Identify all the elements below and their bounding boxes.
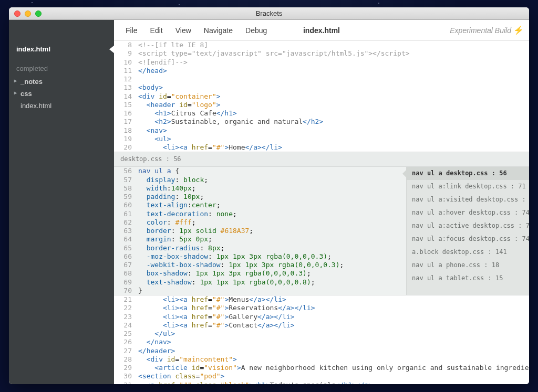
code-text[interactable]: border: 1px solid #618A37; [138,227,406,235]
code-line[interactable]: 31 <a href="#" class="block"><h1>Today's… [114,381,529,385]
code-text[interactable] [138,75,529,83]
code-text[interactable]: text-decoration: none; [138,210,406,218]
code-line[interactable]: 57 display: block; [114,176,406,184]
code-text[interactable]: <ul> [138,135,529,143]
code-text[interactable]: <!--[if lte IE 8] [138,41,529,49]
code-line[interactable]: 18 <nav> [114,126,529,135]
code-text[interactable]: <div id="maincontent"> [138,355,529,364]
code-line[interactable]: 65 border-radius: 8px; [114,244,406,252]
code-line[interactable]: 26 </nav> [114,338,529,346]
code-line[interactable]: 58 width:140px; [114,184,406,193]
code-line[interactable]: 60 text-align:center; [114,201,406,209]
code-line[interactable]: 27</header> [114,347,529,355]
code-text[interactable]: <article id="vision">A new neighborhood … [138,364,529,372]
editor[interactable]: 8<!--[if lte IE 8]9<script type="text/ja… [114,41,529,384]
menu-file[interactable]: File [119,26,144,35]
code-text[interactable]: </nav> [138,338,529,346]
code-text[interactable]: <h1>Citrus Cafe</h1> [138,109,529,118]
code-text[interactable]: nav ul a { [138,167,406,175]
code-text[interactable]: <li><a href="#">Gallery</a></li> [138,313,529,321]
code-text[interactable]: color: #fff; [138,218,406,227]
code-line[interactable]: 61 text-decoration: none; [114,210,406,218]
code-line[interactable]: 66 -moz-box-shadow: 1px 1px 3px rgba(0,0… [114,252,406,261]
code-text[interactable]: margin: 5px 0px; [138,235,406,243]
related-rule[interactable]: nav ul a:hover desktop.css : 74 [407,206,529,219]
related-rule[interactable]: nav ul a:focus desktop.css : 74 [407,232,529,246]
code-text[interactable]: <header id="logo"> [138,101,529,109]
code-line[interactable]: 68 box-shadow: 1px 1px 3px rgba(0,0,0,0.… [114,269,406,278]
close-icon[interactable] [14,10,20,17]
code-text[interactable]: padding: 10px; [138,193,406,201]
zoom-icon[interactable] [35,10,42,17]
code-text[interactable]: box-shadow: 1px 1px 3px rgba(0,0,0,0.3); [138,269,406,278]
code-line[interactable]: 69 text-shadow: 1px 1px 1px rgba(0,0,0,0… [114,278,406,287]
code-line[interactable]: 64 margin: 5px 0px; [114,235,406,243]
code-text[interactable]: <h2>Sustainable, organic and natural</h2… [138,118,529,126]
code-line[interactable]: 28 <div id="maincontent"> [114,355,529,364]
code-line[interactable]: 67 -webkit-box-shadow: 1px 1px 3px rgba(… [114,261,406,269]
code-text[interactable]: text-align:center; [138,201,406,209]
open-file-tab[interactable]: index.html [9,41,114,57]
code-text[interactable]: </header> [138,347,529,355]
related-rule[interactable]: nav ul a phone.css : 18 [407,259,529,272]
code-line[interactable]: 16 <h1>Citrus Cafe</h1> [114,109,529,118]
code-line[interactable]: 10<![endif]--> [114,58,529,67]
code-line[interactable]: 24 <li><a href="#">Contact</a></li> [114,321,529,330]
code-line[interactable]: 15 <header id="logo"> [114,101,529,109]
code-text[interactable]: <li><a href="#">Menus</a></li> [138,295,529,304]
live-preview-icon[interactable]: ⚡ [513,25,524,35]
code-line[interactable]: 56nav ul a { [114,167,406,175]
code-text[interactable]: border-radius: 8px; [138,244,406,252]
code-text[interactable]: <a href="#" class="block"><h1>Today's sp… [138,381,529,385]
code-line[interactable]: 14<div id="container"> [114,92,529,101]
related-rule[interactable]: nav ul a:active desktop.css : 74 [407,219,529,232]
code-line[interactable]: 23 <li><a href="#">Gallery</a></li> [114,313,529,321]
tree-item[interactable]: _notes [9,76,114,88]
code-line[interactable]: 11</head> [114,67,529,75]
code-line[interactable]: 9<script type="text/javascript" src="jav… [114,49,529,58]
code-text[interactable]: </ul> [138,330,529,338]
code-text[interactable]: -moz-box-shadow: 1px 1px 3px rgba(0,0,0,… [138,252,406,261]
menu-edit[interactable]: Edit [144,26,169,35]
code-text[interactable]: -webkit-box-shadow: 1px 1px 3px rgba(0,0… [138,261,406,269]
code-line[interactable]: 62 color: #fff; [114,218,406,227]
code-line[interactable]: 17 <h2>Sustainable, organic and natural<… [114,118,529,126]
code-text[interactable]: <li><a href="#">Reservations</a></li> [138,304,529,312]
menu-navigate[interactable]: Navigate [198,26,239,35]
code-line[interactable]: 63 border: 1px solid #618A37; [114,227,406,235]
minimize-icon[interactable] [25,10,31,17]
code-text[interactable]: width:140px; [138,184,406,193]
code-text[interactable]: <![endif]--> [138,58,529,67]
code-line[interactable]: 59 padding: 10px; [114,193,406,201]
code-text[interactable]: </head> [138,67,529,75]
code-text[interactable]: <div id="container"> [138,92,529,101]
code-text[interactable]: <nav> [138,126,529,135]
code-line[interactable]: 70} [114,287,406,295]
code-text[interactable]: display: block; [138,176,406,184]
related-rule[interactable]: nav ul a:link desktop.css : 71 [407,180,529,193]
code-line[interactable]: 19 <ul> [114,135,529,143]
code-line[interactable]: 29 <article id="vision">A new neighborho… [114,364,529,372]
code-line[interactable]: 12 [114,75,529,83]
code-text[interactable]: <li><a href="#">Contact</a></li> [138,321,529,330]
code-line[interactable]: 25 </ul> [114,330,529,338]
menu-debug[interactable]: Debug [239,26,273,35]
code-line[interactable]: 21 <li><a href="#">Menus</a></li> [114,295,529,304]
related-rule[interactable]: nav ul a tablet.css : 15 [407,272,529,285]
code-text[interactable]: } [138,287,406,295]
code-line[interactable]: 13<body> [114,83,529,92]
code-line[interactable]: 30<section class="pod"> [114,372,529,380]
code-text[interactable]: <body> [138,83,529,92]
menu-view[interactable]: View [169,26,198,35]
code-text[interactable]: <script type="text/javascript" src="java… [138,49,529,58]
tree-item[interactable]: css [9,88,114,100]
code-text[interactable]: text-shadow: 1px 1px 1px rgba(0,0,0,0.8)… [138,278,406,287]
related-rule[interactable]: a.block desktop.css : 141 [407,246,529,259]
code-line[interactable]: 20 <li><a href="#">Home</a></li> [114,143,529,152]
code-line[interactable]: 8<!--[if lte IE 8] [114,41,529,49]
code-text[interactable]: <section class="pod"> [138,372,529,380]
code-line[interactable]: 22 <li><a href="#">Reservations</a></li> [114,304,529,312]
related-rule[interactable]: nav ul a desktop.css : 56 [407,167,529,180]
tree-item[interactable]: index.html [9,100,114,112]
related-rule[interactable]: nav ul a:visited desktop.css : 71 [407,193,529,206]
